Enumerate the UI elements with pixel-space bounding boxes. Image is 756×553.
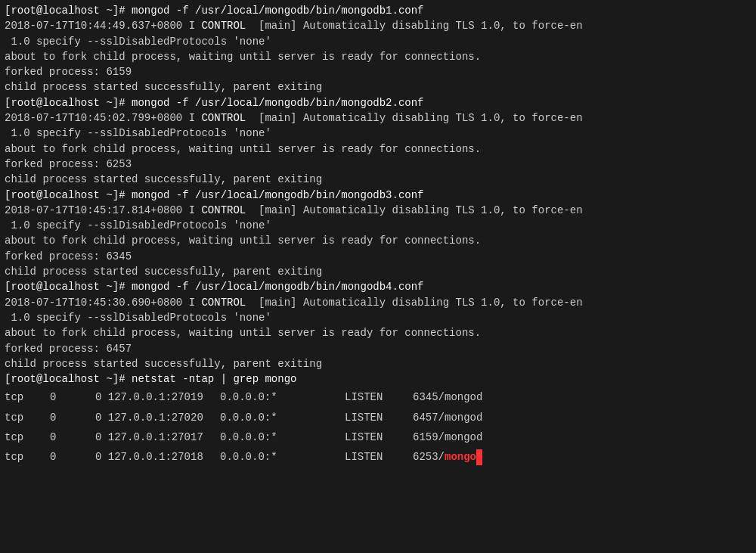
netstat-recvq-4: 0	[50, 449, 95, 464]
line-22: about to fork child process, waiting unt…	[5, 325, 751, 340]
netstat-row-1: tcp 0 0 127.0.0.1:27019 0.0.0.0:* LISTEN…	[5, 390, 751, 405]
netstat-foreign-1: 0.0.0.0:*	[220, 390, 345, 405]
line-24: child process started successfully, pare…	[5, 356, 751, 371]
netstat-state-3: LISTEN	[345, 430, 413, 445]
line-8: 2018-07-17T10:45:02.799+0800 I CONTROL […	[5, 110, 751, 126]
netstat-state-2: LISTEN	[345, 410, 413, 425]
cmd-4: mongod -f /usr/local/mongodb/bin/mongodb…	[132, 281, 423, 293]
line-6: child process started successfully, pare…	[5, 79, 751, 95]
line-23: forked process: 6457	[5, 341, 751, 356]
cursor-block: d	[476, 449, 482, 464]
line-9: 1.0 specify --sslDisabledProtocols 'none…	[5, 126, 751, 141]
netstat-proto-1: tcp	[5, 390, 50, 405]
line-15: 1.0 specify --sslDisabledProtocols 'none…	[5, 218, 751, 233]
netstat-foreign-4: 0.0.0.0:*	[220, 449, 345, 464]
line-13: [root@localhost ~]# mongod -f /usr/local…	[5, 188, 751, 203]
prompt-4: [root@localhost ~]#	[5, 281, 132, 293]
prompt-5: [root@localhost ~]#	[5, 373, 132, 385]
netstat-sendq-3: 0 127.0.0.1:27017	[95, 430, 220, 445]
cmd-1: mongod -f /usr/local/mongodb/bin/mongodb…	[132, 5, 423, 17]
line-3: 1.0 specify --sslDisabledProtocols 'none…	[5, 34, 751, 49]
prompt-2: [root@localhost ~]#	[5, 97, 132, 109]
line-5: forked process: 6159	[5, 64, 751, 79]
line-19: [root@localhost ~]# mongod -f /usr/local…	[5, 279, 751, 294]
netstat-recvq-3: 0	[50, 430, 95, 445]
netstat-state-1: LISTEN	[345, 390, 413, 405]
line-2: 2018-07-17T10:44:49.637+0800 I CONTROL […	[5, 18, 751, 33]
netstat-pid-1: 6345/mongod	[413, 390, 482, 405]
line-20: 2018-07-17T10:45:30.690+0800 I CONTROL […	[5, 295, 751, 310]
cmd-3: mongod -f /usr/local/mongodb/bin/mongodb…	[132, 189, 423, 201]
netstat-row-3: tcp 0 0 127.0.0.1:27017 0.0.0.0:* LISTEN…	[5, 430, 751, 445]
line-4: about to fork child process, waiting unt…	[5, 49, 751, 64]
netstat-row-2: tcp 0 0 127.0.0.1:27020 0.0.0.0:* LISTEN…	[5, 410, 751, 425]
netstat-sendq-2: 0 127.0.0.1:27020	[95, 410, 220, 425]
netstat-sendq-4: 0 127.0.0.1:27018	[95, 449, 220, 464]
netstat-pid-2: 6457/mongod	[413, 410, 482, 425]
netstat-state-4: LISTEN	[345, 449, 413, 464]
netstat-proto-2: tcp	[5, 410, 50, 425]
netstat-proto-3: tcp	[5, 430, 50, 445]
netstat-pid-4-prefix: 6253/	[413, 449, 445, 464]
line-18: child process started successfully, pare…	[5, 264, 751, 279]
line-25: [root@localhost ~]# netstat -ntap | grep…	[5, 371, 751, 387]
line-14: 2018-07-17T10:45:17.814+0800 I CONTROL […	[5, 203, 751, 218]
line-7: [root@localhost ~]# mongod -f /usr/local…	[5, 95, 751, 110]
line-1: [root@localhost ~]# mongod -f /usr/local…	[5, 3, 751, 18]
netstat-recvq-2: 0	[50, 410, 95, 425]
line-16: about to fork child process, waiting unt…	[5, 233, 751, 248]
cmd-5: netstat -ntap | grep mongo	[132, 373, 296, 385]
netstat-proto-4: tcp	[5, 449, 50, 464]
terminal[interactable]: [root@localhost ~]# mongod -f /usr/local…	[0, 0, 756, 553]
netstat-foreign-2: 0.0.0.0:*	[220, 410, 345, 425]
netstat-recvq-1: 0	[50, 390, 95, 405]
line-21: 1.0 specify --sslDisabledProtocols 'none…	[5, 310, 751, 325]
line-17: forked process: 6345	[5, 249, 751, 264]
prompt-3: [root@localhost ~]#	[5, 189, 132, 201]
netstat-foreign-3: 0.0.0.0:*	[220, 430, 345, 445]
line-10: about to fork child process, waiting unt…	[5, 141, 751, 157]
netstat-pid-4-mongo: mongo	[445, 449, 476, 464]
cmd-2: mongod -f /usr/local/mongodb/bin/mongodb…	[132, 97, 423, 109]
netstat-row-4: tcp 0 0 127.0.0.1:27018 0.0.0.0:* LISTEN…	[5, 449, 751, 464]
netstat-pid-3: 6159/mongod	[413, 430, 482, 445]
netstat-sendq-1: 0 127.0.0.1:27019	[95, 390, 220, 405]
prompt-1: [root@localhost ~]#	[5, 5, 132, 17]
line-12: child process started successfully, pare…	[5, 172, 751, 187]
line-11: forked process: 6253	[5, 157, 751, 172]
